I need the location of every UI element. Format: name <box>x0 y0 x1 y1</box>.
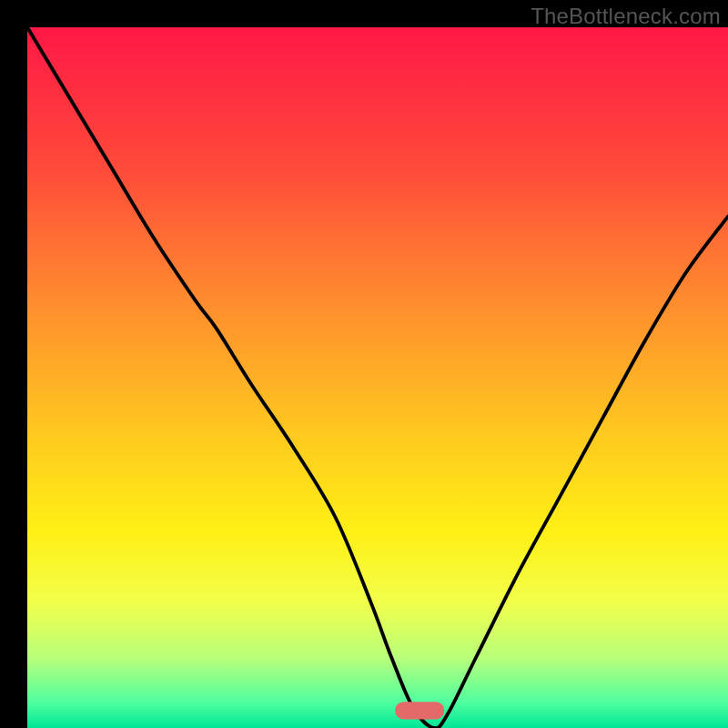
watermark-text: TheBottleneck.com <box>531 4 721 29</box>
bottleneck-curve <box>27 27 728 728</box>
plot-area <box>27 27 728 728</box>
sweet-spot-marker <box>395 702 444 719</box>
chart-frame: TheBottleneck.com <box>0 0 728 728</box>
